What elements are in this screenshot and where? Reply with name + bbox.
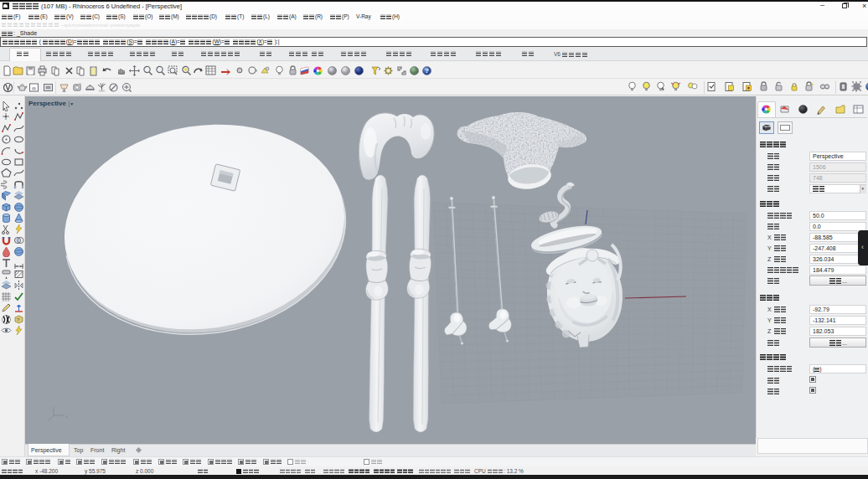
svg-text:?: ? [425,67,429,75]
svg-text:x: x [65,414,68,419]
